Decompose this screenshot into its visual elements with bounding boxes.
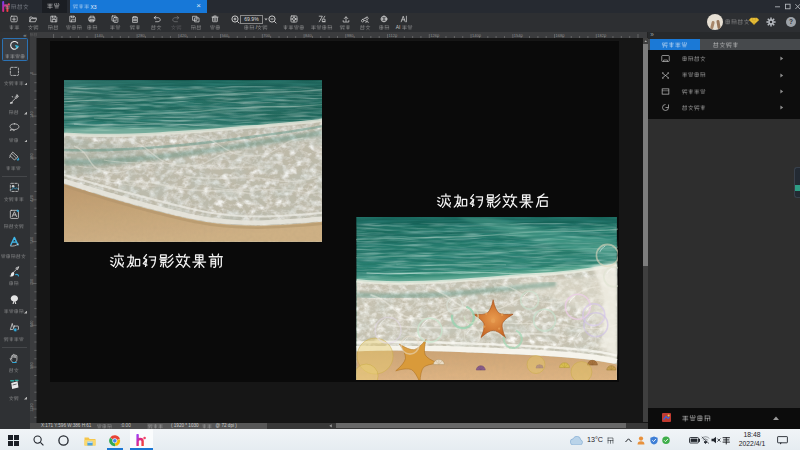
- svg-text:1820: 1820: [597, 32, 607, 37]
- svg-text:1120: 1120: [30, 402, 34, 411]
- svg-text:980: 980: [30, 361, 34, 368]
- svg-text:840: 840: [305, 32, 312, 37]
- svg-text:1540: 1540: [514, 32, 524, 37]
- svg-text:140: 140: [30, 110, 34, 117]
- svg-text:700: 700: [263, 32, 270, 37]
- svg-text:560: 560: [222, 32, 229, 37]
- svg-text:980: 980: [347, 32, 354, 37]
- svg-text:420: 420: [30, 194, 34, 201]
- svg-text:280: 280: [138, 32, 145, 37]
- svg-text:280: 280: [30, 152, 34, 159]
- svg-text:700: 700: [30, 278, 34, 285]
- svg-text:1120: 1120: [389, 32, 398, 37]
- svg-text:420: 420: [180, 32, 187, 37]
- svg-text:1680: 1680: [556, 32, 566, 37]
- svg-text:1260: 1260: [430, 32, 440, 37]
- svg-text:1400: 1400: [472, 32, 482, 37]
- svg-text:840: 840: [30, 319, 34, 326]
- svg-text:140: 140: [96, 32, 103, 37]
- svg-text:560: 560: [30, 236, 34, 243]
